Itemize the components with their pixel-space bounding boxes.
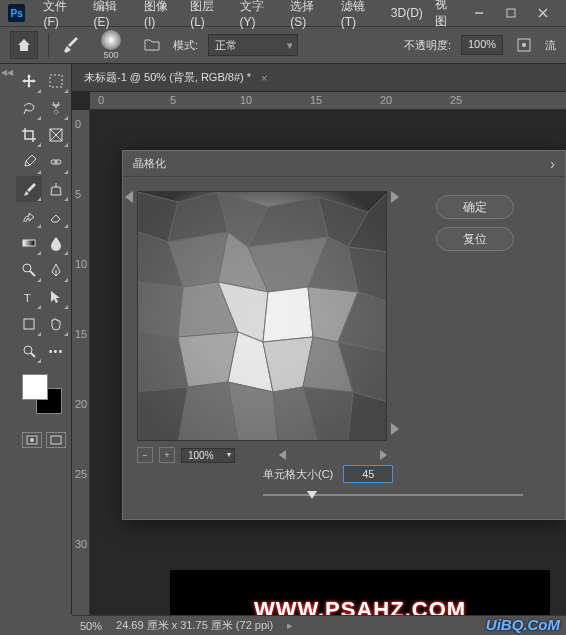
ruler-tick: 25 [75, 468, 87, 480]
ruler-tick: 10 [240, 94, 252, 106]
hand-tool[interactable] [43, 311, 69, 337]
menu-view[interactable]: 视图 [429, 0, 464, 30]
preview-prev-icon[interactable] [279, 450, 286, 460]
window-maximize-button[interactable] [496, 3, 526, 23]
brush-settings-button[interactable] [141, 34, 163, 56]
preview-area: − + 100% [137, 191, 387, 463]
ruler-tick: 20 [75, 398, 87, 410]
quick-select-tool[interactable] [43, 95, 69, 121]
reset-button[interactable]: 复位 [436, 227, 514, 251]
pressure-opacity-toggle[interactable] [513, 34, 535, 56]
lasso-tool[interactable] [16, 95, 42, 121]
options-bar: 500 模式: 正常 不透明度: 100% 流 [0, 26, 566, 64]
gradient-tool[interactable] [16, 230, 42, 256]
zoom-tool[interactable] [16, 338, 42, 364]
history-brush-tool[interactable] [16, 203, 42, 229]
document-tab[interactable]: 未标题-1 @ 50% (背景, RGB/8#) * × [72, 64, 566, 92]
shape-tool[interactable] [16, 311, 42, 337]
tab-close-button[interactable]: × [261, 72, 267, 84]
filter-preview[interactable] [137, 191, 387, 441]
edit-toolbar-button[interactable]: ••• [43, 338, 69, 364]
zoom-in-button[interactable]: + [159, 447, 175, 463]
ruler-tick: 15 [310, 94, 322, 106]
ruler-tick: 10 [75, 258, 87, 270]
type-tool[interactable]: T [16, 284, 42, 310]
opacity-input[interactable]: 100% [461, 35, 503, 55]
ruler-horizontal[interactable]: 0 5 10 15 20 25 [90, 92, 566, 110]
ruler-tick: 30 [75, 538, 87, 550]
menu-file[interactable]: 文件(F) [37, 0, 87, 29]
flow-label-partial: 流 [545, 38, 556, 53]
eyedropper-tool[interactable] [16, 149, 42, 175]
svg-point-5 [522, 43, 526, 47]
menu-3d[interactable]: 3D(D) [385, 6, 429, 20]
eraser-tool[interactable] [43, 203, 69, 229]
window-close-button[interactable] [528, 3, 558, 23]
ruler-tick: 0 [98, 94, 104, 106]
pen-tool[interactable] [43, 257, 69, 283]
status-dimensions: 24.69 厘米 x 31.75 厘米 (72 ppi) [116, 618, 273, 633]
collapse-arrow-icon: ◀◀ [1, 68, 13, 615]
svg-point-19 [24, 346, 32, 354]
menu-layer[interactable]: 图层(L) [184, 0, 233, 29]
window-minimize-button[interactable] [464, 3, 494, 23]
ruler-vertical[interactable]: 0 5 10 15 20 25 30 [72, 110, 90, 615]
menu-type[interactable]: 文字(Y) [234, 0, 285, 29]
zoom-out-button[interactable]: − [137, 447, 153, 463]
blur-tool[interactable] [43, 230, 69, 256]
menu-image[interactable]: 图像(I) [138, 0, 184, 29]
move-tool[interactable] [16, 68, 42, 94]
blend-mode-dropdown[interactable]: 正常 [208, 34, 298, 56]
menu-bar: Ps 文件(F) 编辑(E) 图像(I) 图层(L) 文字(Y) 选择(S) 滤… [0, 0, 566, 26]
zoom-level-dropdown[interactable]: 100% [181, 448, 235, 463]
foreground-color[interactable] [22, 374, 48, 400]
ruler-tick: 20 [380, 94, 392, 106]
cell-size-input[interactable] [343, 465, 393, 483]
crystallize-dialog: 晶格化 › − + 100% [122, 150, 566, 520]
preview-nav-up-icon[interactable] [125, 191, 133, 203]
dialog-titlebar[interactable]: 晶格化 › [123, 151, 565, 177]
canvas-image: WWW.PSAHZ.COM [170, 570, 550, 615]
menu-select[interactable]: 选择(S) [284, 0, 335, 29]
ruler-tick: 5 [75, 188, 81, 200]
svg-point-22 [30, 438, 34, 442]
svg-rect-6 [50, 75, 62, 87]
healing-tool[interactable] [43, 149, 69, 175]
document-title: 未标题-1 @ 50% (背景, RGB/8#) * [84, 70, 251, 85]
slider-track [263, 494, 523, 496]
svg-rect-1 [507, 9, 515, 17]
ruler-tick: 5 [170, 94, 176, 106]
tool-preset-picker[interactable] [59, 34, 81, 56]
cell-size-slider[interactable] [263, 489, 523, 501]
app-logo: Ps [8, 4, 25, 22]
clone-stamp-tool[interactable] [43, 176, 69, 202]
slider-thumb-icon[interactable] [307, 491, 317, 499]
dialog-close-button[interactable]: › [550, 156, 555, 172]
status-zoom[interactable]: 50% [80, 620, 102, 632]
frame-tool[interactable] [43, 122, 69, 148]
screen-mode-toggle[interactable] [46, 432, 66, 448]
ok-button[interactable]: 确定 [436, 195, 514, 219]
home-button[interactable] [10, 31, 38, 59]
svg-point-15 [23, 264, 31, 272]
quick-mask-toggle[interactable] [22, 432, 42, 448]
marquee-tool[interactable] [43, 68, 69, 94]
svg-text:T: T [24, 292, 31, 304]
brush-size-label: 500 [103, 50, 118, 60]
panel-collapse-strip[interactable]: ◀◀ [0, 64, 14, 615]
preview-nav-right-top-icon[interactable] [391, 191, 399, 203]
svg-line-20 [31, 353, 35, 357]
cell-size-label: 单元格大小(C) [263, 467, 333, 482]
brush-tool[interactable] [16, 176, 42, 202]
menu-filter[interactable]: 滤镜(T) [335, 0, 385, 29]
color-swatches[interactable] [22, 374, 66, 414]
crop-tool[interactable] [16, 122, 42, 148]
preview-next-icon[interactable] [380, 450, 387, 460]
preview-nav-right-bottom-icon[interactable] [391, 423, 399, 435]
brush-preset-picker[interactable]: 500 [91, 30, 131, 60]
status-menu-arrow-icon[interactable]: ▸ [287, 619, 293, 632]
dialog-title-text: 晶格化 [133, 156, 166, 171]
dodge-tool[interactable] [16, 257, 42, 283]
menu-edit[interactable]: 编辑(E) [87, 0, 138, 29]
path-select-tool[interactable] [43, 284, 69, 310]
